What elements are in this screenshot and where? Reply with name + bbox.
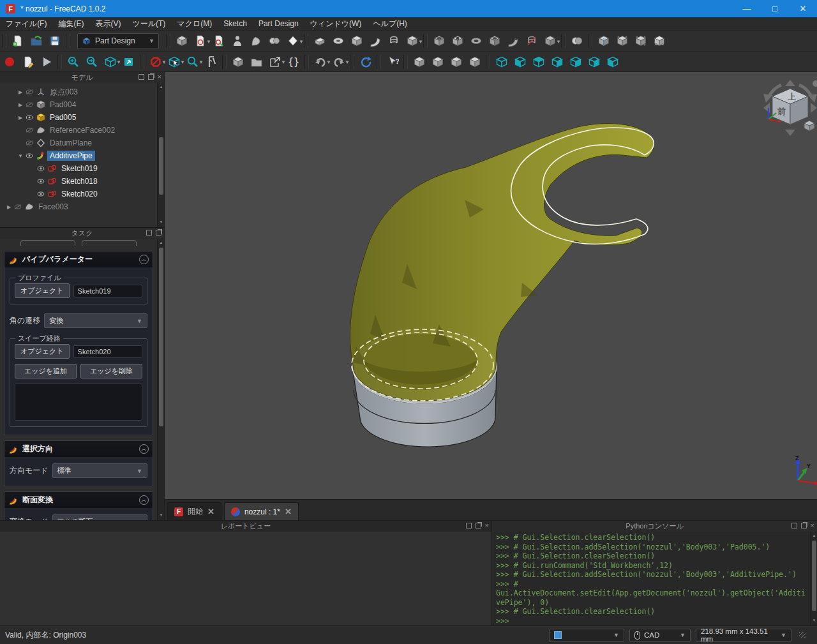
polar-pattern-icon[interactable] — [632, 33, 649, 50]
menu-item-0[interactable]: ファイル(F) — [0, 17, 52, 31]
collapsed-arrow-icon[interactable]: ▶ — [17, 102, 24, 108]
open-document-icon[interactable] — [27, 33, 45, 50]
macro-record-icon[interactable] — [1, 53, 18, 70]
tree-item-原点003[interactable]: ▶ 原点003 — [0, 86, 156, 98]
transformation-header[interactable]: 断面変換 ︿ — [4, 492, 153, 508]
additive-loft-icon[interactable] — [348, 33, 365, 50]
tree-item-Face003[interactable]: ▶ Face003 — [0, 200, 156, 213]
macro-edit-icon[interactable] — [19, 53, 36, 70]
pipe-parameters-header[interactable]: パイプパラメーター ︿ — [4, 251, 153, 267]
report-view-content[interactable] — [0, 532, 491, 625]
subtractive-helix-icon[interactable] — [523, 33, 540, 50]
shape-binder-icon[interactable] — [247, 33, 264, 50]
float-panel-icon[interactable] — [139, 74, 144, 80]
render-style-combo[interactable]: ▼ — [549, 629, 624, 642]
menu-item-5[interactable]: Sketch — [218, 18, 253, 29]
close-tab-icon[interactable]: ✕ — [285, 507, 292, 516]
fit-all-icon[interactable] — [64, 53, 82, 70]
close-panel-icon[interactable]: × — [485, 523, 489, 528]
view-front-icon[interactable] — [511, 53, 528, 70]
view-left-icon[interactable] — [604, 53, 621, 70]
pad-icon[interactable] — [311, 33, 328, 50]
refresh-icon[interactable] — [357, 53, 374, 70]
visibility-visible-icon[interactable] — [24, 151, 36, 161]
view-isometric-icon[interactable] — [493, 53, 510, 70]
additive-helix-icon[interactable] — [385, 33, 402, 50]
view-right-icon[interactable] — [548, 53, 566, 70]
collapse-icon[interactable]: ︿ — [139, 444, 149, 454]
validate-sketch-icon[interactable] — [229, 33, 246, 50]
corner-transition-combo[interactable]: 変換 ▼ — [44, 313, 147, 328]
visibility-hidden-icon[interactable] — [24, 138, 36, 148]
subtractive-pipe-icon[interactable] — [504, 33, 521, 50]
edge-list[interactable] — [15, 384, 142, 421]
dock-panel-icon[interactable] — [476, 523, 481, 528]
expression-icon[interactable]: {} — [285, 53, 302, 70]
create-sketch-icon[interactable]: ▼ — [191, 33, 209, 50]
float-panel-icon[interactable] — [791, 523, 797, 528]
multitransform-icon[interactable] — [650, 33, 668, 50]
collapse-icon[interactable]: ︿ — [139, 255, 149, 264]
view-top-icon[interactable] — [530, 53, 547, 70]
boolean-icon[interactable] — [568, 33, 585, 50]
new-document-icon[interactable] — [9, 33, 26, 50]
dock-panel-icon[interactable] — [156, 230, 161, 236]
pocket-icon[interactable] — [430, 33, 447, 50]
menu-item-7[interactable]: ウィンドウ(W) — [304, 17, 368, 31]
mdi-tab-1[interactable]: nozzul : 1* ✕ — [224, 502, 299, 520]
profile-object-button[interactable]: オブジェクト — [15, 283, 70, 298]
console-scrollbar[interactable]: ▲ ▼ — [810, 532, 817, 625]
menu-item-4[interactable]: マクロ(M) — [171, 17, 218, 31]
section-view-4-icon[interactable] — [466, 53, 483, 70]
section-view-3-icon[interactable] — [447, 53, 465, 70]
collapsed-arrow-icon[interactable]: ▶ — [17, 89, 24, 95]
remove-edge-button[interactable]: エッジを削除 — [80, 364, 142, 378]
section-view-2-icon[interactable] — [429, 53, 446, 70]
fullscreen-icon[interactable] — [120, 53, 137, 70]
tree-scrollbar[interactable]: ▲ ▼ — [157, 83, 164, 227]
float-panel-icon[interactable] — [466, 523, 472, 528]
collapsed-arrow-icon[interactable]: ▶ — [17, 115, 24, 121]
tree-item-DatumPlane[interactable]: DatumPlane — [0, 137, 156, 149]
mdi-tab-0[interactable]: F開始 ✕ — [167, 502, 221, 520]
redo-icon[interactable]: ▼ — [330, 53, 347, 70]
groove-icon[interactable] — [467, 33, 484, 50]
additive-pipe-icon[interactable] — [366, 33, 384, 50]
visibility-visible-icon[interactable] — [36, 189, 47, 199]
create-body-icon[interactable] — [173, 33, 190, 50]
python-console-content[interactable]: >>> # Gui.Selection.clearSelection() >>>… — [492, 532, 809, 625]
whats-this-icon[interactable]: ? — [384, 53, 401, 70]
view-bottom-icon[interactable] — [585, 53, 603, 70]
menu-item-2[interactable]: 表示(V) — [89, 17, 126, 31]
visibility-visible-icon[interactable] — [24, 112, 36, 123]
view-rear-icon[interactable] — [567, 53, 584, 70]
visibility-hidden-icon[interactable] — [24, 100, 36, 110]
visibility-visible-icon[interactable] — [36, 163, 47, 174]
hole-icon[interactable] — [449, 33, 466, 50]
add-edge-button[interactable]: エッジを追加 — [15, 364, 77, 378]
tree-item-Sketch019[interactable]: Sketch019 — [0, 162, 156, 175]
visibility-hidden-icon[interactable] — [24, 87, 36, 97]
tree-item-Pad004[interactable]: ▶ Pad004 — [0, 98, 156, 111]
clipping-plane-icon[interactable]: ▼ — [147, 53, 164, 70]
subtractive-primitive-icon[interactable]: ▼ — [541, 33, 558, 50]
revolution-icon[interactable] — [329, 33, 347, 50]
path-object-button[interactable]: オブジェクト — [15, 344, 70, 359]
tree-item-Pad005[interactable]: ▶ Pad005 — [0, 111, 156, 124]
tree-item-Sketch020[interactable]: Sketch020 — [0, 188, 156, 200]
navigation-cube[interactable]: 上 前 — [763, 80, 817, 136]
menu-item-6[interactable]: Part Design — [253, 18, 304, 29]
cancel-button[interactable] — [82, 240, 137, 246]
dimension-combo[interactable]: 218.93 mm x 143.51 mm ▼ — [696, 629, 791, 642]
expanded-arrow-icon[interactable]: ▼ — [17, 153, 24, 159]
save-icon[interactable] — [46, 33, 63, 50]
minimize-button[interactable]: — — [733, 0, 761, 17]
visibility-visible-icon[interactable] — [36, 176, 47, 186]
menu-item-1[interactable]: 編集(E) — [52, 17, 89, 31]
group-icon[interactable] — [248, 53, 265, 70]
close-panel-icon[interactable]: × — [158, 74, 161, 80]
task-scrollbar[interactable]: ▲ ▼ — [157, 239, 164, 520]
dock-panel-icon[interactable] — [801, 523, 807, 528]
maximize-button[interactable]: □ — [761, 0, 789, 17]
navigation-style-combo[interactable]: CAD ▼ — [629, 629, 691, 642]
